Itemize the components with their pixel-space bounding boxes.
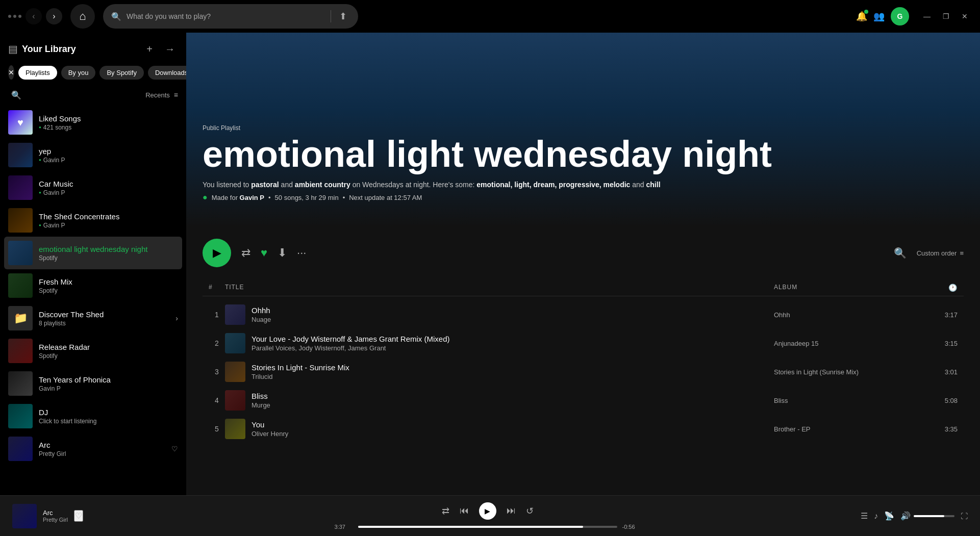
filter-by-spotify[interactable]: By Spotify — [99, 66, 144, 80]
track-row[interactable]: 4 Bliss Murge Bliss 5:08 — [203, 386, 964, 415]
volume-icon-button[interactable]: 🔊 — [900, 511, 911, 521]
list-item[interactable]: Release Radar Spotify — [4, 335, 182, 367]
track-info: Bliss Murge — [225, 390, 774, 411]
volume-bar[interactable] — [914, 515, 954, 517]
player-like-button[interactable]: ♡ — [74, 510, 83, 522]
library-search-button[interactable]: 🔍 — [8, 87, 24, 103]
track-duration: 3:35 — [927, 425, 958, 433]
list-item[interactable]: Ten Years of Phonica Gavin P — [4, 367, 182, 400]
track-row[interactable]: 2 Your Love - Jody Wisternoff & James Gr… — [203, 329, 964, 358]
player-play-pause-button[interactable]: ▶ — [479, 502, 496, 520]
shuffle-button[interactable]: ⇄ — [241, 246, 250, 260]
list-item[interactable]: DJ Click to start listening — [4, 400, 182, 432]
filter-playlists[interactable]: Playlists — [18, 66, 57, 80]
header-title: Title — [225, 284, 774, 292]
green-dot: ● — [39, 190, 41, 195]
now-playing-thumbnail — [12, 504, 37, 528]
player-repeat-button[interactable]: ↺ — [526, 505, 534, 517]
volume-fill — [914, 515, 944, 517]
track-duration: 5:08 — [927, 397, 958, 404]
sort-label[interactable]: Recents — [145, 91, 170, 99]
forward-button[interactable]: › — [46, 8, 62, 24]
filter-downloads[interactable]: Downloads — [148, 66, 186, 80]
list-item-elwn[interactable]: emotional light wednesday night Spotify — [4, 237, 182, 269]
maximize-button[interactable]: ❐ — [939, 10, 953, 22]
clear-filter-button[interactable]: ✕ — [8, 65, 14, 80]
playlist-title: emotional light wednesday night — [203, 136, 964, 172]
playlist-play-button[interactable]: ▶ — [203, 239, 231, 267]
like-button[interactable]: ♥ — [261, 246, 267, 260]
track-title: Ohhh — [252, 306, 271, 315]
filter-by-you[interactable]: By you — [61, 66, 96, 80]
list-item[interactable]: The Shed Concentrates ● Gavin P — [4, 204, 182, 237]
track-duration: 3:01 — [927, 368, 958, 376]
list-info: Arc Pretty Girl — [39, 441, 165, 457]
player-shuffle-button[interactable]: ⇄ — [442, 505, 449, 517]
list-view-icon: ≡ — [960, 249, 964, 257]
liked-songs-thumbnail: ♥ — [8, 110, 33, 135]
track-number: 4 — [209, 396, 225, 404]
track-thumbnail — [225, 333, 245, 353]
upload-icon[interactable]: ⬆ — [336, 8, 350, 24]
now-playing-info: Arc Pretty Girl — [43, 509, 68, 523]
add-playlist-button[interactable]: + — [141, 41, 158, 57]
custom-order-button[interactable]: Custom order ≡ — [917, 249, 964, 257]
top-nav: ‹ › ⌂ 🔍 ⬆ 🔔 👥 G — ❐ ✕ — [0, 0, 980, 33]
friends-button[interactable]: 👥 — [873, 11, 885, 22]
playlist-description: You listened to pastoral and ambient cou… — [203, 181, 964, 189]
player-next-button[interactable]: ⏭ — [507, 505, 516, 516]
controls-bar: ▶ ⇄ ♥ ⬇ ··· 🔍 Custom order ≡ — [186, 226, 980, 279]
list-info: Fresh Mix Spotify — [39, 277, 178, 294]
sort-icon: ≡ — [174, 91, 178, 99]
list-info: yep ● Gavin P — [39, 147, 178, 164]
track-row[interactable]: 1 Ohhh Nuage Ohhh 3:17 — [203, 300, 964, 329]
progress-fill — [358, 526, 584, 528]
green-dot: ● — [39, 158, 41, 162]
progress-bar[interactable] — [358, 526, 617, 528]
list-info: Car Music ● Gavin P — [39, 180, 178, 196]
expand-library-button[interactable]: → — [162, 41, 178, 57]
list-item-arc[interactable]: Arc Pretty Girl ♡ — [4, 432, 182, 465]
download-button[interactable]: ⬇ — [278, 246, 287, 260]
list-item[interactable]: yep ● Gavin P — [4, 139, 182, 171]
search-input[interactable] — [127, 12, 325, 20]
list-meta-text: 8 playlists — [39, 320, 66, 327]
list-item-discover-shed[interactable]: 📁 Discover The Shed 8 playlists › — [4, 302, 182, 335]
back-button[interactable]: ‹ — [26, 8, 42, 24]
track-row[interactable]: 3 Stories In Light - Sunrise Mix Triluci… — [203, 358, 964, 386]
avatar-button[interactable]: G — [891, 7, 909, 25]
fullscreen-button[interactable]: ⛶ — [961, 512, 968, 520]
more-options-button[interactable]: ··· — [297, 246, 306, 260]
dj-thumbnail — [8, 404, 33, 428]
now-playing-artist: Pretty Girl — [43, 517, 68, 523]
list-meta: ● Gavin P — [39, 222, 178, 229]
devices-button[interactable]: 📡 — [884, 511, 894, 521]
notifications-button[interactable]: 🔔 — [856, 11, 867, 22]
track-text: Bliss Murge — [252, 392, 270, 409]
track-text: Your Love - Jody Wisternoff & James Gran… — [252, 335, 449, 352]
track-album: Bliss — [774, 397, 927, 404]
track-album: Anjunadeep 15 — [774, 340, 927, 347]
list-meta-text: Gavin P — [39, 385, 61, 392]
track-number: 2 — [209, 339, 225, 347]
list-info: Ten Years of Phonica Gavin P — [39, 375, 178, 392]
home-button[interactable]: ⌂ — [70, 4, 95, 29]
lyrics-button[interactable]: ♪ — [874, 512, 878, 521]
search-sort-row: 🔍 Recents ≡ — [0, 84, 186, 106]
list-item[interactable]: Car Music ● Gavin P — [4, 171, 182, 204]
list-meta-text: 421 songs — [43, 124, 71, 131]
window-controls: — ❐ ✕ — [919, 10, 972, 22]
queue-button[interactable]: ☰ — [861, 511, 868, 521]
list-item[interactable]: ♥ Liked Songs ● 421 songs — [4, 106, 182, 139]
track-duration: 3:15 — [927, 340, 958, 347]
player-prev-button[interactable]: ⏮ — [460, 505, 469, 516]
list-item[interactable]: Fresh Mix Spotify — [4, 269, 182, 302]
minimize-button[interactable]: — — [919, 10, 935, 22]
track-album: Stories in Light (Sunrise Mix) — [774, 368, 927, 376]
close-button[interactable]: ✕ — [958, 10, 972, 22]
list-name: Liked Songs — [39, 114, 178, 123]
list-name: Arc — [39, 441, 165, 449]
track-info: Your Love - Jody Wisternoff & James Gran… — [225, 333, 774, 353]
track-row[interactable]: 5 You Oliver Henry Brother - EP 3:35 — [203, 415, 964, 443]
track-search-button[interactable]: 🔍 — [892, 245, 909, 261]
